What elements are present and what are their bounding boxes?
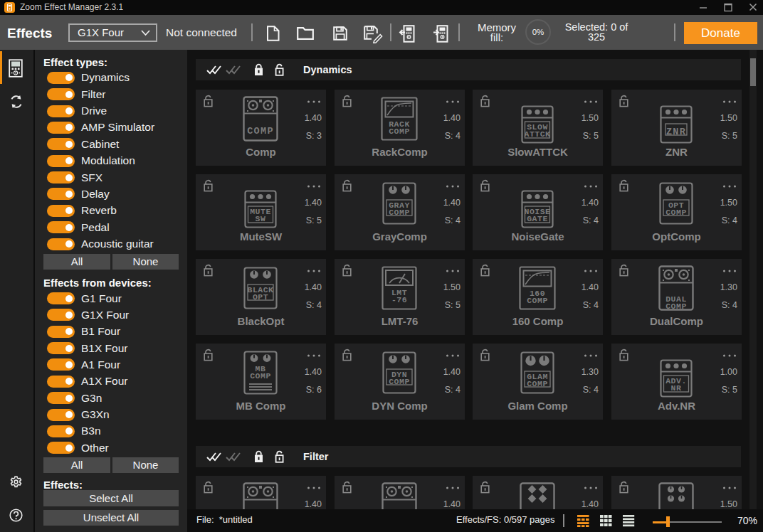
svg-text:COMP: COMP	[247, 126, 274, 137]
svg-text:COMP: COMP	[389, 127, 410, 136]
svg-text:COMP: COMP	[389, 377, 410, 386]
svg-text:COMP: COMP	[665, 208, 687, 217]
svg-text:OPT: OPT	[253, 292, 268, 302]
svg-text:ATTCK: ATTCK	[524, 129, 550, 139]
svg-text:ZNR: ZNR	[666, 127, 686, 137]
svg-text:COMP: COMP	[389, 208, 410, 217]
svg-text:GATE: GATE	[527, 214, 548, 223]
svg-text:COMP: COMP	[527, 296, 548, 305]
svg-text:SW: SW	[256, 214, 266, 223]
svg-text:-76: -76	[391, 295, 407, 304]
svg-text:COMP: COMP	[665, 302, 687, 311]
svg-text:NR: NR	[671, 383, 682, 393]
svg-text:COMP: COMP	[527, 379, 548, 388]
svg-text:COMP: COMP	[250, 371, 271, 381]
